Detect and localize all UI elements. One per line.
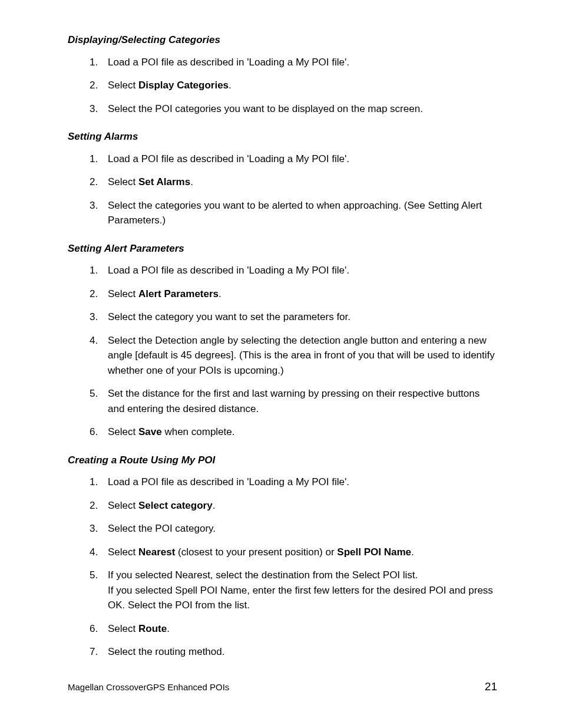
section-heading: Setting Alarms [68,129,497,144]
instruction-step: Select Set Alarms. [101,174,497,190]
instruction-step: Select Alert Parameters. [101,286,497,302]
body-text: Load a POI file as described in 'Loading… [108,153,349,164]
instruction-step: Load a POI file as described in 'Loading… [101,475,497,490]
body-text: Select [108,288,138,299]
body-text: If you selected Nearest, select the dest… [108,569,418,581]
body-text: Select [108,426,138,437]
body-text: Load a POI file as described in 'Loading… [108,57,349,68]
instruction-step: If you selected Nearest, select the dest… [101,568,497,613]
document-body: Displaying/Selecting CategoriesLoad a PO… [68,32,497,660]
bold-text: Spell POI Name [337,546,411,558]
body-text: Select the POI category. [108,523,216,534]
body-text: Select the routing method. [108,646,224,657]
body-text: . [213,500,216,511]
body-text: Select the categories you want to be ale… [108,200,482,226]
body-text: If you selected Spell POI Name, enter th… [108,585,493,611]
bold-text: Set Alarms [138,176,190,187]
bold-text: Nearest [138,546,175,558]
bold-text: Select category [138,500,213,511]
instruction-step: Select the POI category. [101,521,497,536]
instruction-list: Load a POI file as described in 'Loading… [80,475,497,660]
page-number: 21 [485,678,497,696]
body-text: when complete. [162,426,235,437]
bold-text: Save [138,426,162,437]
instruction-step: Select Select category. [101,498,497,513]
body-text: Select [108,176,138,187]
body-text: Select [108,623,138,634]
body-text: Select [108,500,138,511]
body-text: Select the Detection angle by selecting … [108,335,495,376]
section-heading: Setting Alert Parameters [68,241,497,256]
instruction-step: Select Nearest (closest to your present … [101,545,497,560]
footer-title: Magellan CrossoverGPS Enhanced POIs [68,681,229,694]
section-heading: Displaying/Selecting Categories [68,32,497,48]
body-text: Load a POI file as described in 'Loading… [108,265,349,276]
instruction-list: Load a POI file as described in 'Loading… [80,55,497,117]
instruction-step: Select Display Categories. [101,78,497,93]
body-text: Select the POI categories you want to be… [108,103,423,114]
body-text: Select [108,546,138,558]
body-text: . [190,176,193,187]
instruction-step: Select the POI categories you want to be… [101,101,497,117]
bold-text: Route [138,623,167,634]
instruction-step: Select the category you want to set the … [101,309,497,325]
body-text: Select the category you want to set the … [108,311,351,322]
body-text: (closest to your present position) or [175,546,337,558]
body-text: Select [108,80,138,91]
body-text: . [219,288,222,299]
page-footer: Magellan CrossoverGPS Enhanced POIs 21 [68,678,497,696]
instruction-step: Select the Detection angle by selecting … [101,333,497,378]
instruction-step: Load a POI file as described in 'Loading… [101,55,497,70]
instruction-step: Select the categories you want to be ale… [101,198,497,228]
instruction-step: Select Route. [101,621,497,637]
instruction-step: Load a POI file as described in 'Loading… [101,151,497,167]
body-text: . [411,546,414,558]
body-text: Load a POI file as described in 'Loading… [108,476,349,487]
bold-text: Display Categories [138,80,229,91]
instruction-list: Load a POI file as described in 'Loading… [80,151,497,228]
instruction-step: Select the routing method. [101,644,497,660]
instruction-list: Load a POI file as described in 'Loading… [80,263,497,440]
instruction-step: Load a POI file as described in 'Loading… [101,263,497,278]
body-text: Set the distance for the first and last … [108,388,480,414]
body-text: . [167,623,170,634]
instruction-step: Select Save when complete. [101,424,497,440]
body-text: . [229,80,232,91]
bold-text: Alert Parameters [138,288,219,299]
section-heading: Creating a Route Using My POI [68,453,497,468]
instruction-step: Set the distance for the first and last … [101,386,497,416]
